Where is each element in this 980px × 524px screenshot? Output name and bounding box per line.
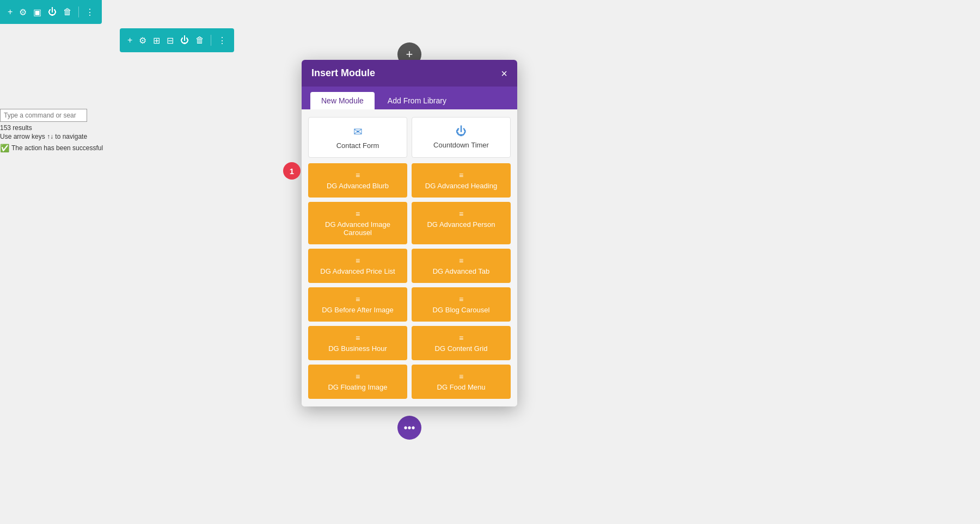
menu-lines-icon-7: ≡ — [356, 295, 360, 304]
module-dg-blog-carousel[interactable]: ≡ DG Blog Carousel — [412, 287, 511, 322]
white-modules-row: ✉ Contact Form ⏻ Countdown Timer — [308, 117, 511, 158]
modal-tabs: New Module Add From Library — [302, 87, 517, 109]
module-dg-business-hour[interactable]: ≡ DG Business Hour — [308, 326, 407, 360]
insert-module-modal: Insert Module × New Module Add From Libr… — [302, 60, 517, 406]
module-dg-advanced-image-carousel[interactable]: ≡ DG Advanced Image Carousel — [308, 202, 407, 244]
menu-lines-icon-6: ≡ — [459, 256, 463, 265]
menu-lines-icon-3: ≡ — [356, 209, 360, 218]
modal-title: Insert Module — [311, 67, 375, 79]
second-toolbar-power-icon[interactable]: ⏻ — [180, 35, 189, 45]
dg-blog-carousel-label: DG Blog Carousel — [433, 306, 490, 314]
module-dg-content-grid[interactable]: ≡ DG Content Grid — [412, 326, 511, 360]
power-icon: ⏻ — [456, 125, 467, 138]
module-contact-form[interactable]: ✉ Contact Form — [308, 117, 407, 158]
module-dg-before-after-image[interactable]: ≡ DG Before After Image — [308, 287, 407, 322]
step-badge: 1 — [283, 162, 301, 180]
contact-form-label: Contact Form — [336, 141, 379, 150]
toolbar-power-icon[interactable]: ⏻ — [48, 7, 57, 17]
countdown-timer-label: Countdown Timer — [433, 141, 489, 149]
toolbar-layout-icon[interactable]: ▣ — [33, 7, 41, 17]
dg-advanced-tab-label: DG Advanced Tab — [433, 267, 490, 275]
toolbar-settings-icon[interactable]: ⚙ — [19, 7, 27, 17]
menu-lines-icon-12: ≡ — [459, 372, 463, 381]
module-dg-advanced-tab[interactable]: ≡ DG Advanced Tab — [412, 249, 511, 283]
dg-before-after-image-label: DG Before After Image — [322, 306, 394, 314]
second-toolbar-more-icon[interactable]: ⋮ — [218, 35, 226, 46]
module-dg-advanced-price-list[interactable]: ≡ DG Advanced Price List — [308, 249, 407, 283]
second-toolbar-delete-icon[interactable]: 🗑 — [195, 35, 204, 45]
menu-lines-icon-5: ≡ — [356, 256, 360, 265]
toolbar-more-icon[interactable]: ⋮ — [85, 7, 94, 17]
toolbar-divider — [78, 7, 79, 17]
dg-food-menu-label: DG Food Menu — [437, 383, 486, 391]
modal-header: Insert Module × — [302, 60, 517, 87]
second-toolbar: + ⚙ ⊞ ⊟ ⏻ 🗑 ⋮ — [120, 28, 234, 52]
dg-advanced-image-carousel-label: DG Advanced Image Carousel — [314, 220, 402, 237]
dg-advanced-person-label: DG Advanced Person — [427, 220, 495, 229]
bottom-btn-icon: ••• — [403, 422, 415, 434]
left-panel: 153 results Use arrow keys ↑↓ to navigat… — [0, 109, 109, 152]
results-count: 153 results — [0, 124, 109, 132]
modal-body: ✉ Contact Form ⏻ Countdown Timer ≡ DG Ad… — [302, 109, 517, 406]
menu-lines-icon-4: ≡ — [459, 209, 463, 218]
menu-lines-icon-9: ≡ — [356, 334, 360, 342]
dg-content-grid-label: DG Content Grid — [435, 344, 488, 353]
module-dg-advanced-blurb[interactable]: ≡ DG Advanced Blurb — [308, 163, 407, 198]
second-toolbar-add-icon[interactable]: + — [127, 35, 132, 45]
tab-add-from-library[interactable]: Add From Library — [377, 92, 457, 109]
tab-new-module[interactable]: New Module — [310, 92, 375, 109]
dg-advanced-price-list-label: DG Advanced Price List — [320, 267, 395, 275]
module-dg-food-menu[interactable]: ≡ DG Food Menu — [412, 365, 511, 399]
menu-lines-icon-8: ≡ — [459, 295, 463, 304]
dg-business-hour-label: DG Business Hour — [328, 344, 387, 353]
module-dg-advanced-person[interactable]: ≡ DG Advanced Person — [412, 202, 511, 244]
top-toolbar: + ⚙ ▣ ⏻ 🗑 ⋮ — [0, 0, 102, 24]
success-message: ✅ The action has been successful — [0, 144, 109, 152]
bottom-action-button[interactable]: ••• — [397, 416, 421, 440]
search-input[interactable] — [0, 109, 87, 122]
module-dg-advanced-heading[interactable]: ≡ DG Advanced Heading — [412, 163, 511, 198]
nav-hint: Use arrow keys ↑↓ to navigate — [0, 133, 109, 140]
dg-advanced-heading-label: DG Advanced Heading — [425, 182, 497, 190]
module-countdown-timer[interactable]: ⏻ Countdown Timer — [412, 117, 511, 158]
menu-lines-icon-1: ≡ — [356, 171, 360, 180]
add-top-icon: + — [406, 48, 413, 60]
menu-lines-icon-10: ≡ — [459, 334, 463, 342]
module-dg-floating-image[interactable]: ≡ DG Floating Image — [308, 365, 407, 399]
dg-advanced-blurb-label: DG Advanced Blurb — [327, 182, 389, 190]
second-toolbar-divider — [211, 35, 211, 46]
email-icon: ✉ — [353, 125, 363, 138]
dg-floating-image-label: DG Floating Image — [328, 383, 387, 391]
second-toolbar-grid-icon[interactable]: ⊟ — [167, 35, 174, 46]
toolbar-delete-icon[interactable]: 🗑 — [63, 7, 72, 17]
second-toolbar-columns-icon[interactable]: ⊞ — [153, 35, 160, 46]
modal-close-button[interactable]: × — [501, 68, 507, 79]
success-icon: ✅ — [0, 144, 9, 152]
second-toolbar-settings-icon[interactable]: ⚙ — [139, 35, 146, 46]
menu-lines-icon-11: ≡ — [356, 372, 360, 381]
menu-lines-icon-2: ≡ — [459, 171, 463, 180]
toolbar-add-icon[interactable]: + — [8, 7, 13, 17]
orange-modules-grid: ≡ DG Advanced Blurb ≡ DG Advanced Headin… — [308, 163, 511, 399]
